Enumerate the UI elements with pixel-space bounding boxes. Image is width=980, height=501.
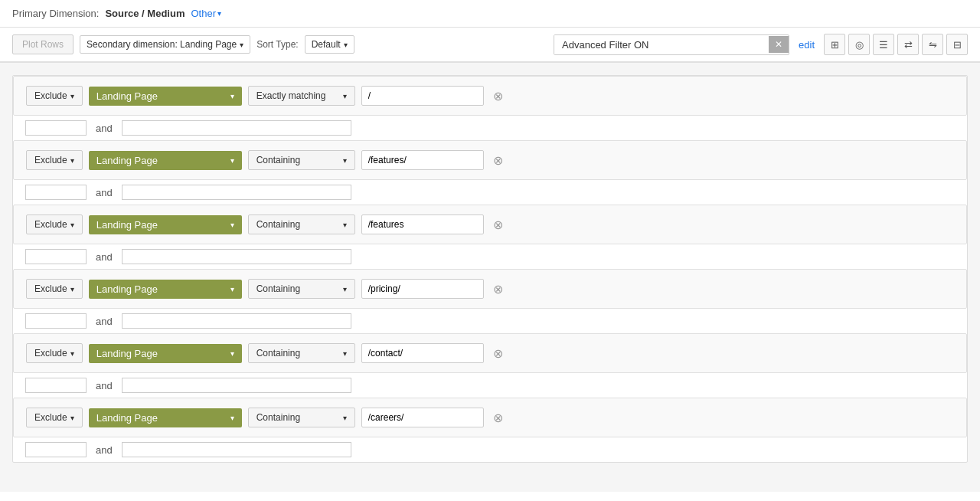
and-label: and bbox=[96, 187, 113, 198]
sort-type-value: Default bbox=[312, 39, 341, 50]
dimension-chevron-icon: ▾ bbox=[230, 221, 234, 229]
match-type-chevron-icon: ▾ bbox=[343, 156, 347, 165]
close-icon: ⊗ bbox=[493, 89, 503, 103]
view-icons-group: ⊞ ◎ ☰ ⇄ ⇋ ⊟ bbox=[824, 34, 968, 55]
filter-value-input[interactable] bbox=[361, 408, 484, 427]
view-icon-compare1[interactable]: ⇄ bbox=[897, 34, 919, 55]
dimension-chevron-icon: ▾ bbox=[230, 285, 234, 293]
exclude-label: Exclude bbox=[34, 90, 67, 101]
exclude-chevron-icon: ▾ bbox=[70, 156, 74, 165]
filter-row: Exclude▾Landing Page▾Exactly matching▾⊗ bbox=[26, 86, 954, 106]
top-bar: Primary Dimension: Source / Medium Other… bbox=[0, 0, 980, 28]
remove-filter-button[interactable]: ⊗ bbox=[490, 153, 506, 168]
filter-row: Exclude▾Landing Page▾Containing▾⊗ bbox=[26, 214, 954, 234]
sort-type-select[interactable]: Default ▾ bbox=[305, 35, 354, 54]
exclude-button[interactable]: Exclude▾ bbox=[26, 279, 83, 299]
dimension-label: Landing Page bbox=[96, 412, 158, 424]
filter-clear-button[interactable]: ✕ bbox=[769, 36, 789, 53]
toolbar: Plot Rows Secondary dimension: Landing P… bbox=[0, 28, 980, 63]
view-icon-pivot[interactable]: ⊟ bbox=[946, 34, 968, 55]
and-connector: and bbox=[13, 373, 967, 398]
edit-link[interactable]: edit bbox=[799, 39, 815, 51]
filter-section: Exclude▾Landing Page▾Exactly matching▾⊗a… bbox=[12, 75, 968, 463]
match-type-button[interactable]: Containing▾ bbox=[248, 343, 355, 363]
dimension-button[interactable]: Landing Page▾ bbox=[89, 408, 242, 427]
dimension-chevron-icon: ▾ bbox=[230, 414, 234, 422]
exclude-button[interactable]: Exclude▾ bbox=[26, 150, 83, 170]
dimension-button[interactable]: Landing Page▾ bbox=[89, 151, 242, 170]
other-link[interactable]: Other ▾ bbox=[191, 8, 221, 19]
exclude-label: Exclude bbox=[34, 412, 67, 423]
and-input-box bbox=[25, 378, 87, 393]
match-type-label: Exactly matching bbox=[256, 90, 326, 101]
filter-value-input[interactable] bbox=[361, 279, 484, 299]
remove-filter-button[interactable]: ⊗ bbox=[490, 411, 506, 425]
match-type-button[interactable]: Containing▾ bbox=[248, 150, 355, 170]
exclude-chevron-icon: ▾ bbox=[70, 414, 74, 422]
dimension-label: Landing Page bbox=[96, 155, 158, 166]
plot-rows-button[interactable]: Plot Rows bbox=[12, 34, 74, 54]
exclude-button[interactable]: Exclude▾ bbox=[26, 214, 83, 234]
filter-row: Exclude▾Landing Page▾Containing▾⊗ bbox=[26, 343, 954, 363]
secondary-dim-chevron-icon: ▾ bbox=[240, 41, 243, 49]
match-type-button[interactable]: Containing▾ bbox=[248, 279, 355, 299]
match-type-button[interactable]: Containing▾ bbox=[248, 408, 355, 427]
match-type-label: Containing bbox=[256, 283, 300, 294]
filter-value-input[interactable] bbox=[361, 86, 484, 106]
remove-filter-button[interactable]: ⊗ bbox=[490, 346, 506, 361]
and-label: and bbox=[96, 123, 113, 134]
and-input-box bbox=[25, 185, 87, 200]
and-input-box bbox=[25, 249, 87, 264]
remove-filter-button[interactable]: ⊗ bbox=[490, 218, 506, 232]
filter-value-input[interactable] bbox=[361, 343, 484, 363]
dimension-button[interactable]: Landing Page▾ bbox=[89, 280, 242, 299]
secondary-dimension-select[interactable]: Secondary dimension: Landing Page ▾ bbox=[80, 35, 250, 54]
match-type-button[interactable]: Containing▾ bbox=[248, 214, 355, 234]
advanced-filter-input[interactable] bbox=[554, 35, 769, 54]
and-connector: and bbox=[13, 116, 967, 140]
and-value-input bbox=[122, 249, 351, 264]
match-type-button[interactable]: Exactly matching▾ bbox=[248, 86, 355, 106]
remove-filter-button[interactable]: ⊗ bbox=[490, 282, 506, 296]
exclude-label: Exclude bbox=[34, 348, 67, 359]
filter-row: Exclude▾Landing Page▾Containing▾⊗ bbox=[26, 150, 954, 170]
exclude-label: Exclude bbox=[34, 219, 67, 230]
filter-row-block: Exclude▾Landing Page▾Containing▾⊗ bbox=[13, 140, 967, 180]
match-type-label: Containing bbox=[256, 412, 300, 423]
close-icon: ⊗ bbox=[493, 346, 503, 361]
exclude-label: Exclude bbox=[34, 155, 67, 165]
exclude-button[interactable]: Exclude▾ bbox=[26, 343, 83, 363]
view-icon-compare2[interactable]: ⇋ bbox=[922, 34, 943, 55]
dimension-button[interactable]: Landing Page▾ bbox=[89, 215, 242, 234]
match-type-label: Containing bbox=[256, 155, 300, 165]
match-type-chevron-icon: ▾ bbox=[343, 221, 347, 229]
and-input-box bbox=[25, 120, 87, 136]
exclude-button[interactable]: Exclude▾ bbox=[26, 86, 83, 106]
dimension-button[interactable]: Landing Page▾ bbox=[89, 344, 242, 363]
match-type-label: Containing bbox=[256, 348, 300, 359]
filter-value-input[interactable] bbox=[361, 150, 484, 170]
exclude-chevron-icon: ▾ bbox=[70, 92, 74, 100]
exclude-button[interactable]: Exclude▾ bbox=[26, 408, 83, 427]
and-connector: and bbox=[13, 437, 967, 462]
remove-filter-button[interactable]: ⊗ bbox=[490, 89, 506, 103]
view-icon-pie[interactable]: ◎ bbox=[848, 34, 870, 55]
close-icon: ⊗ bbox=[493, 218, 503, 232]
close-icon: ⊗ bbox=[493, 411, 503, 425]
view-icon-grid[interactable]: ⊞ bbox=[824, 34, 845, 55]
filter-value-input[interactable] bbox=[361, 214, 484, 234]
and-input-box bbox=[25, 442, 87, 457]
dimension-label: Landing Page bbox=[96, 348, 158, 359]
other-chevron-icon: ▾ bbox=[217, 9, 221, 18]
match-type-chevron-icon: ▾ bbox=[343, 349, 347, 358]
exclude-chevron-icon: ▾ bbox=[70, 221, 74, 229]
filter-row: Exclude▾Landing Page▾Containing▾⊗ bbox=[26, 408, 954, 427]
view-icon-list[interactable]: ☰ bbox=[873, 34, 894, 55]
and-label: and bbox=[96, 316, 113, 327]
match-type-chevron-icon: ▾ bbox=[343, 414, 347, 422]
and-label: and bbox=[96, 444, 113, 456]
close-icon: ⊗ bbox=[493, 282, 503, 296]
dimension-button[interactable]: Landing Page▾ bbox=[89, 87, 242, 106]
source-medium-value: Source / Medium bbox=[105, 8, 185, 19]
match-type-chevron-icon: ▾ bbox=[343, 92, 347, 100]
